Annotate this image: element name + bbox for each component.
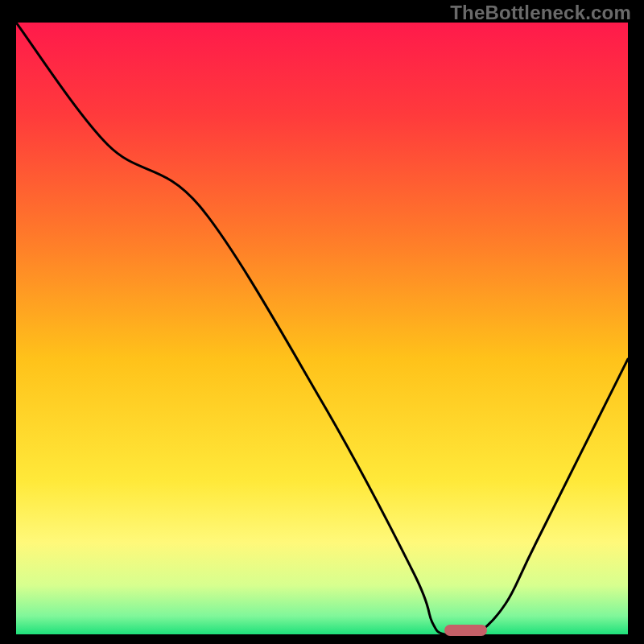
chart-root: TheBottleneck.com <box>0 0 644 644</box>
watermark-text: TheBottleneck.com <box>450 2 631 24</box>
plot-area <box>16 23 628 634</box>
optimal-range-marker <box>444 625 487 636</box>
chart-svg <box>16 23 628 634</box>
